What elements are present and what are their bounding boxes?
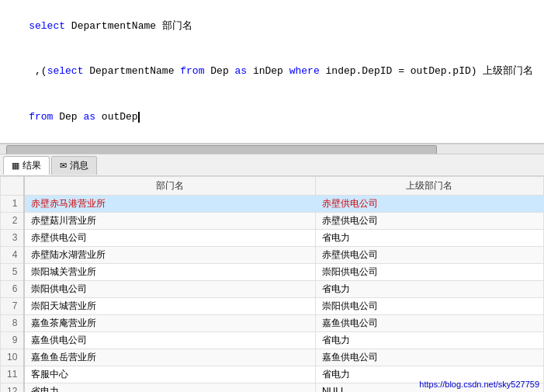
cell-value: 嘉鱼供电公司 xyxy=(24,331,315,349)
col-header-parent: 上级部门名 xyxy=(315,176,543,195)
horizontal-scrollbar[interactable] xyxy=(0,144,544,154)
cell-rownum: 3 xyxy=(1,229,25,246)
cell-value: 赤壁供电公司 xyxy=(315,246,543,263)
table-row: 9嘉鱼供电公司省电力 xyxy=(1,331,544,349)
cell-rownum: 1 xyxy=(1,195,25,212)
msg-icon: ✉ xyxy=(60,161,67,171)
watermark: https://blog.csdn.net/sky527759 xyxy=(419,380,539,389)
cell-value: 嘉鱼茶庵营业所 xyxy=(24,314,315,331)
table-row: 3赤壁供电公司省电力 xyxy=(1,229,544,246)
cell-value: 省电力 xyxy=(24,383,315,392)
sql-line-2: ,(select DepartmentName from Dep as inDe… xyxy=(5,49,539,95)
cell-value: 嘉鱼鱼岳营业所 xyxy=(24,349,315,366)
cell-rownum: 9 xyxy=(1,331,25,349)
results-table: 部门名 上级部门名 1赤壁赤马港营业所赤壁供电公司2赤壁菇川营业所赤壁供电公司3… xyxy=(0,176,544,393)
col-header-rownum xyxy=(1,176,25,195)
cell-value: 嘉鱼供电公司 xyxy=(315,314,543,331)
table-row: 5崇阳城关营业所崇阳供电公司 xyxy=(1,263,544,280)
sql-editor[interactable]: select DepartmentName 部门名 ,(select Depar… xyxy=(0,0,544,144)
cell-rownum: 2 xyxy=(1,212,25,229)
cell-rownum: 10 xyxy=(1,349,25,366)
table-row: 8嘉鱼茶庵营业所嘉鱼供电公司 xyxy=(1,314,544,331)
sql-line-1: select DepartmentName 部门名 xyxy=(5,3,539,49)
table-row: 4赤壁陆水湖营业所赤壁供电公司 xyxy=(1,246,544,263)
cell-value: 赤壁赤马港营业所 xyxy=(24,195,315,212)
scrollbar-thumb[interactable] xyxy=(6,145,437,154)
cell-value: 赤壁供电公司 xyxy=(24,229,315,246)
tab-messages[interactable]: ✉ 消息 xyxy=(51,156,97,175)
cell-rownum: 7 xyxy=(1,297,25,314)
tabs-bar: ▦ 结果 ✉ 消息 xyxy=(0,154,544,176)
tab-messages-label: 消息 xyxy=(70,159,88,172)
table-row: 2赤壁菇川营业所赤壁供电公司 xyxy=(1,212,544,229)
cell-rownum: 4 xyxy=(1,246,25,263)
results-container[interactable]: 部门名 上级部门名 1赤壁赤马港营业所赤壁供电公司2赤壁菇川营业所赤壁供电公司3… xyxy=(0,176,544,393)
cell-value: 客服中心 xyxy=(24,366,315,383)
table-row: 1赤壁赤马港营业所赤壁供电公司 xyxy=(1,195,544,212)
cell-value: 赤壁供电公司 xyxy=(315,212,543,229)
table-row: 6崇阳供电公司省电力 xyxy=(1,280,544,297)
cell-value: 嘉鱼供电公司 xyxy=(315,349,543,366)
cell-value: 省电力 xyxy=(315,229,543,246)
cell-rownum: 11 xyxy=(1,366,25,383)
table-header-row: 部门名 上级部门名 xyxy=(1,176,544,195)
cell-value: 赤壁供电公司 xyxy=(315,195,543,212)
cell-value: 崇阳供电公司 xyxy=(315,297,543,314)
tab-results[interactable]: ▦ 结果 xyxy=(3,156,50,175)
cell-value: 崇阳供电公司 xyxy=(24,280,315,297)
cell-rownum: 8 xyxy=(1,314,25,331)
cell-value: 崇阳供电公司 xyxy=(315,263,543,280)
cell-value: 省电力 xyxy=(315,331,543,349)
cell-rownum: 5 xyxy=(1,263,25,280)
cell-rownum: 12 xyxy=(1,383,25,392)
cell-value: 崇阳城关营业所 xyxy=(24,263,315,280)
cell-value: 崇阳天城营业所 xyxy=(24,297,315,314)
cell-value: 省电力 xyxy=(315,280,543,297)
table-row: 10嘉鱼鱼岳营业所嘉鱼供电公司 xyxy=(1,349,544,366)
tab-results-label: 结果 xyxy=(23,159,41,172)
col-header-dept: 部门名 xyxy=(24,176,315,195)
grid-icon: ▦ xyxy=(12,161,19,171)
cell-rownum: 6 xyxy=(1,280,25,297)
sql-line-3: from Dep as outDep xyxy=(5,94,539,140)
table-row: 7崇阳天城营业所崇阳供电公司 xyxy=(1,297,544,314)
cell-value: 赤壁菇川营业所 xyxy=(24,212,315,229)
cell-value: 赤壁陆水湖营业所 xyxy=(24,246,315,263)
